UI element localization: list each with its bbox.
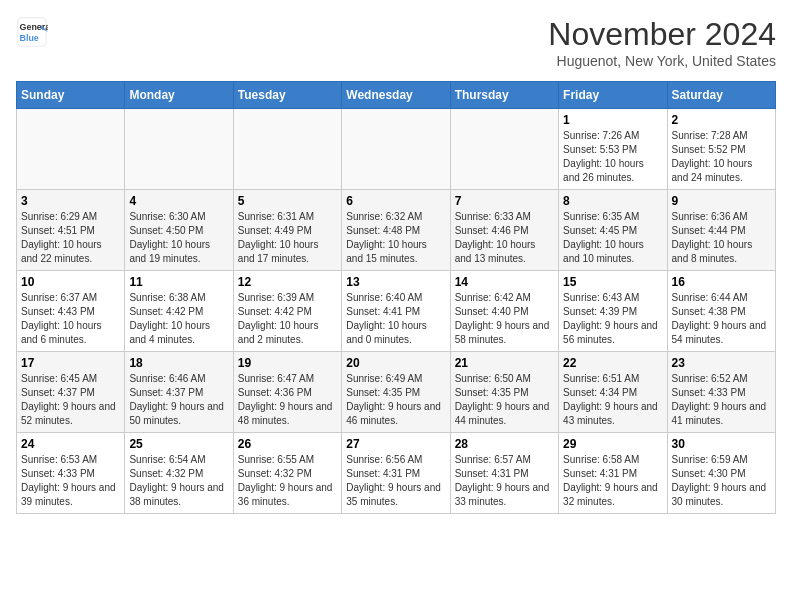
day-cell: 13Sunrise: 6:40 AM Sunset: 4:41 PM Dayli… <box>342 271 450 352</box>
day-cell: 10Sunrise: 6:37 AM Sunset: 4:43 PM Dayli… <box>17 271 125 352</box>
day-cell: 14Sunrise: 6:42 AM Sunset: 4:40 PM Dayli… <box>450 271 558 352</box>
day-info: Sunrise: 6:40 AM Sunset: 4:41 PM Dayligh… <box>346 291 445 347</box>
week-row-1: 1Sunrise: 7:26 AM Sunset: 5:53 PM Daylig… <box>17 109 776 190</box>
day-cell: 9Sunrise: 6:36 AM Sunset: 4:44 PM Daylig… <box>667 190 775 271</box>
day-number: 11 <box>129 275 228 289</box>
day-info: Sunrise: 6:45 AM Sunset: 4:37 PM Dayligh… <box>21 372 120 428</box>
day-cell: 28Sunrise: 6:57 AM Sunset: 4:31 PM Dayli… <box>450 433 558 514</box>
day-header-thursday: Thursday <box>450 82 558 109</box>
day-cell <box>342 109 450 190</box>
day-cell: 18Sunrise: 6:46 AM Sunset: 4:37 PM Dayli… <box>125 352 233 433</box>
day-header-wednesday: Wednesday <box>342 82 450 109</box>
day-cell: 16Sunrise: 6:44 AM Sunset: 4:38 PM Dayli… <box>667 271 775 352</box>
day-info: Sunrise: 6:42 AM Sunset: 4:40 PM Dayligh… <box>455 291 554 347</box>
day-cell <box>17 109 125 190</box>
day-header-sunday: Sunday <box>17 82 125 109</box>
day-info: Sunrise: 7:28 AM Sunset: 5:52 PM Dayligh… <box>672 129 771 185</box>
month-title: November 2024 <box>548 16 776 53</box>
day-number: 8 <box>563 194 662 208</box>
day-number: 1 <box>563 113 662 127</box>
day-info: Sunrise: 6:30 AM Sunset: 4:50 PM Dayligh… <box>129 210 228 266</box>
day-info: Sunrise: 6:38 AM Sunset: 4:42 PM Dayligh… <box>129 291 228 347</box>
day-number: 29 <box>563 437 662 451</box>
day-info: Sunrise: 6:44 AM Sunset: 4:38 PM Dayligh… <box>672 291 771 347</box>
day-number: 20 <box>346 356 445 370</box>
day-number: 21 <box>455 356 554 370</box>
day-cell: 11Sunrise: 6:38 AM Sunset: 4:42 PM Dayli… <box>125 271 233 352</box>
day-number: 4 <box>129 194 228 208</box>
day-info: Sunrise: 6:52 AM Sunset: 4:33 PM Dayligh… <box>672 372 771 428</box>
day-cell: 22Sunrise: 6:51 AM Sunset: 4:34 PM Dayli… <box>559 352 667 433</box>
day-cell: 8Sunrise: 6:35 AM Sunset: 4:45 PM Daylig… <box>559 190 667 271</box>
day-number: 17 <box>21 356 120 370</box>
page-header: General Blue November 2024 Huguenot, New… <box>16 16 776 69</box>
svg-text:General: General <box>20 22 48 32</box>
day-info: Sunrise: 6:32 AM Sunset: 4:48 PM Dayligh… <box>346 210 445 266</box>
day-info: Sunrise: 6:39 AM Sunset: 4:42 PM Dayligh… <box>238 291 337 347</box>
day-header-friday: Friday <box>559 82 667 109</box>
day-header-monday: Monday <box>125 82 233 109</box>
title-block: November 2024 Huguenot, New York, United… <box>548 16 776 69</box>
day-info: Sunrise: 6:57 AM Sunset: 4:31 PM Dayligh… <box>455 453 554 509</box>
location: Huguenot, New York, United States <box>548 53 776 69</box>
day-number: 12 <box>238 275 337 289</box>
day-cell: 24Sunrise: 6:53 AM Sunset: 4:33 PM Dayli… <box>17 433 125 514</box>
day-info: Sunrise: 6:29 AM Sunset: 4:51 PM Dayligh… <box>21 210 120 266</box>
header-row: SundayMondayTuesdayWednesdayThursdayFrid… <box>17 82 776 109</box>
day-number: 19 <box>238 356 337 370</box>
week-row-4: 17Sunrise: 6:45 AM Sunset: 4:37 PM Dayli… <box>17 352 776 433</box>
day-info: Sunrise: 6:47 AM Sunset: 4:36 PM Dayligh… <box>238 372 337 428</box>
day-number: 14 <box>455 275 554 289</box>
logo: General Blue <box>16 16 48 48</box>
day-header-saturday: Saturday <box>667 82 775 109</box>
day-info: Sunrise: 6:59 AM Sunset: 4:30 PM Dayligh… <box>672 453 771 509</box>
day-cell: 17Sunrise: 6:45 AM Sunset: 4:37 PM Dayli… <box>17 352 125 433</box>
day-cell <box>233 109 341 190</box>
day-number: 25 <box>129 437 228 451</box>
day-cell: 2Sunrise: 7:28 AM Sunset: 5:52 PM Daylig… <box>667 109 775 190</box>
day-header-tuesday: Tuesday <box>233 82 341 109</box>
day-cell: 1Sunrise: 7:26 AM Sunset: 5:53 PM Daylig… <box>559 109 667 190</box>
day-info: Sunrise: 6:36 AM Sunset: 4:44 PM Dayligh… <box>672 210 771 266</box>
day-cell: 3Sunrise: 6:29 AM Sunset: 4:51 PM Daylig… <box>17 190 125 271</box>
day-info: Sunrise: 7:26 AM Sunset: 5:53 PM Dayligh… <box>563 129 662 185</box>
day-cell: 6Sunrise: 6:32 AM Sunset: 4:48 PM Daylig… <box>342 190 450 271</box>
day-number: 5 <box>238 194 337 208</box>
calendar-table: SundayMondayTuesdayWednesdayThursdayFrid… <box>16 81 776 514</box>
day-cell: 5Sunrise: 6:31 AM Sunset: 4:49 PM Daylig… <box>233 190 341 271</box>
day-cell: 7Sunrise: 6:33 AM Sunset: 4:46 PM Daylig… <box>450 190 558 271</box>
day-number: 22 <box>563 356 662 370</box>
day-number: 16 <box>672 275 771 289</box>
day-number: 13 <box>346 275 445 289</box>
day-number: 27 <box>346 437 445 451</box>
day-info: Sunrise: 6:58 AM Sunset: 4:31 PM Dayligh… <box>563 453 662 509</box>
day-cell: 29Sunrise: 6:58 AM Sunset: 4:31 PM Dayli… <box>559 433 667 514</box>
day-cell: 12Sunrise: 6:39 AM Sunset: 4:42 PM Dayli… <box>233 271 341 352</box>
day-info: Sunrise: 6:51 AM Sunset: 4:34 PM Dayligh… <box>563 372 662 428</box>
week-row-5: 24Sunrise: 6:53 AM Sunset: 4:33 PM Dayli… <box>17 433 776 514</box>
day-cell: 21Sunrise: 6:50 AM Sunset: 4:35 PM Dayli… <box>450 352 558 433</box>
week-row-2: 3Sunrise: 6:29 AM Sunset: 4:51 PM Daylig… <box>17 190 776 271</box>
day-number: 6 <box>346 194 445 208</box>
day-number: 3 <box>21 194 120 208</box>
day-number: 15 <box>563 275 662 289</box>
day-cell: 25Sunrise: 6:54 AM Sunset: 4:32 PM Dayli… <box>125 433 233 514</box>
day-info: Sunrise: 6:50 AM Sunset: 4:35 PM Dayligh… <box>455 372 554 428</box>
day-number: 30 <box>672 437 771 451</box>
week-row-3: 10Sunrise: 6:37 AM Sunset: 4:43 PM Dayli… <box>17 271 776 352</box>
day-cell: 4Sunrise: 6:30 AM Sunset: 4:50 PM Daylig… <box>125 190 233 271</box>
day-number: 18 <box>129 356 228 370</box>
day-info: Sunrise: 6:49 AM Sunset: 4:35 PM Dayligh… <box>346 372 445 428</box>
day-info: Sunrise: 6:35 AM Sunset: 4:45 PM Dayligh… <box>563 210 662 266</box>
day-cell: 27Sunrise: 6:56 AM Sunset: 4:31 PM Dayli… <box>342 433 450 514</box>
day-info: Sunrise: 6:33 AM Sunset: 4:46 PM Dayligh… <box>455 210 554 266</box>
day-info: Sunrise: 6:43 AM Sunset: 4:39 PM Dayligh… <box>563 291 662 347</box>
day-number: 28 <box>455 437 554 451</box>
day-number: 2 <box>672 113 771 127</box>
day-number: 9 <box>672 194 771 208</box>
day-info: Sunrise: 6:55 AM Sunset: 4:32 PM Dayligh… <box>238 453 337 509</box>
day-info: Sunrise: 6:46 AM Sunset: 4:37 PM Dayligh… <box>129 372 228 428</box>
day-cell: 19Sunrise: 6:47 AM Sunset: 4:36 PM Dayli… <box>233 352 341 433</box>
day-number: 7 <box>455 194 554 208</box>
day-number: 24 <box>21 437 120 451</box>
